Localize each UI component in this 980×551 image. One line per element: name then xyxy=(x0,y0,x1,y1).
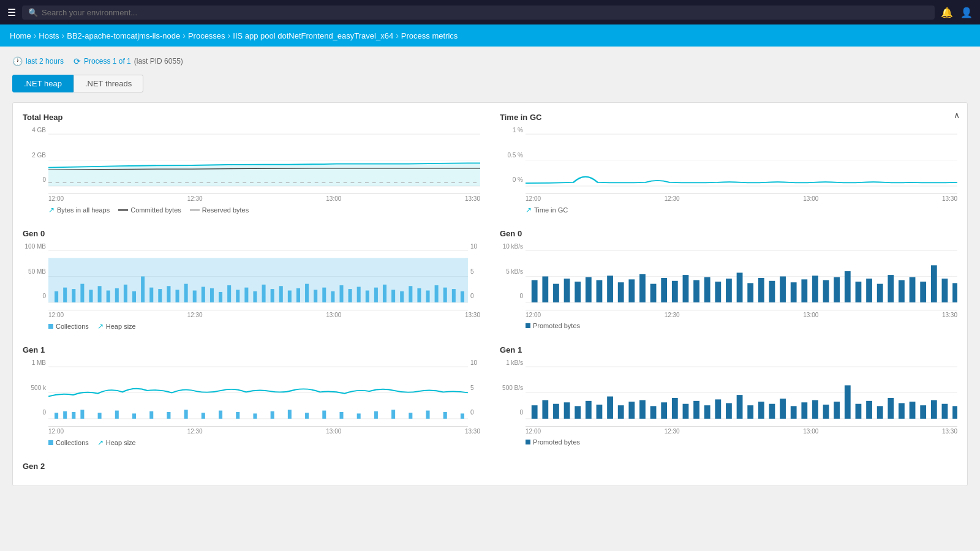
chart-svg-gen0-right xyxy=(526,243,957,310)
time-filter[interactable]: 🕐 last 2 hours xyxy=(12,56,64,66)
legend-line-reserved xyxy=(190,209,200,211)
y2-10: 10 xyxy=(470,243,480,250)
legend-committed-bytes: Committed bytes xyxy=(118,206,181,214)
user-icon[interactable]: 👤 xyxy=(960,7,973,18)
y-0-gen0: 0 xyxy=(23,293,46,299)
chart-svg-gen0-left xyxy=(48,243,468,310)
collapse-button[interactable]: ∧ xyxy=(954,110,960,120)
svg-rect-152 xyxy=(737,395,743,419)
svg-rect-95 xyxy=(899,280,905,302)
tab-net-threads[interactable]: .NET threads xyxy=(74,75,143,92)
search-box[interactable]: 🔍 xyxy=(22,6,935,20)
svg-rect-48 xyxy=(383,285,386,302)
chart-area-gen0-right: 10 kB/s 5 kB/s 0 xyxy=(500,243,957,310)
svg-rect-53 xyxy=(426,291,430,302)
tab-net-heap[interactable]: .NET heap xyxy=(12,75,74,92)
svg-rect-12 xyxy=(72,289,75,302)
svg-rect-129 xyxy=(461,413,464,418)
x-label-gc-1230: 12:30 xyxy=(665,195,680,202)
svg-rect-64 xyxy=(564,279,570,302)
svg-rect-88 xyxy=(823,280,829,302)
svg-rect-147 xyxy=(683,404,689,419)
svg-rect-115 xyxy=(219,411,222,419)
legend-gen0-left: Collections ↗ Heap size xyxy=(23,322,480,331)
x-label-gc-1330: 13:30 xyxy=(942,195,957,202)
svg-rect-106 xyxy=(72,412,75,419)
svg-rect-125 xyxy=(391,410,395,419)
notifications-icon[interactable]: 🔔 xyxy=(941,7,953,18)
arrow-icon-teal: ↗ xyxy=(48,206,55,214)
process-filter[interactable]: ⟳ Process 1 of 1 (last PID 6055) xyxy=(74,56,183,66)
svg-rect-15 xyxy=(98,286,102,302)
y-0-g1l: 0 xyxy=(23,409,46,416)
svg-rect-120 xyxy=(305,413,309,419)
svg-rect-140 xyxy=(607,397,613,419)
breadcrumb-process-metrics[interactable]: Process metrics xyxy=(401,31,458,40)
y-axis-gen1-left: 1 MB 500 k 0 xyxy=(23,359,48,427)
svg-rect-156 xyxy=(780,399,786,419)
svg-rect-14 xyxy=(89,290,92,302)
legend-total-heap: ↗ Bytes in all heaps Committed bytes Res… xyxy=(23,206,480,214)
breadcrumb-host-name[interactable]: BB2-apache-tomcatjms-iis-node xyxy=(67,31,180,40)
svg-rect-165 xyxy=(877,406,883,419)
chart-title-gen1-left: Gen 1 xyxy=(23,345,480,354)
bar-icon-collections-gen1 xyxy=(48,440,53,445)
breadcrumb-home[interactable]: Home xyxy=(10,31,31,40)
svg-rect-117 xyxy=(253,413,257,418)
chart-svg-total-heap xyxy=(48,127,480,194)
svg-rect-67 xyxy=(597,280,603,302)
breadcrumb-sep-2: › xyxy=(183,31,186,40)
svg-rect-51 xyxy=(409,286,412,302)
svg-rect-71 xyxy=(639,274,646,302)
breadcrumb-processes[interactable]: Processes xyxy=(188,31,225,40)
svg-rect-44 xyxy=(349,289,352,302)
svg-rect-23 xyxy=(167,286,170,302)
svg-rect-77 xyxy=(704,277,710,302)
hamburger-icon[interactable]: ☰ xyxy=(7,7,16,18)
chart-area-gen1-left: 1 MB 500 k 0 xyxy=(23,359,480,427)
svg-rect-107 xyxy=(80,410,84,419)
svg-rect-69 xyxy=(618,282,624,302)
search-input[interactable] xyxy=(42,8,929,17)
breadcrumb-app-pool[interactable]: IIS app pool dotNetFrontend_easyTravel_x… xyxy=(233,31,393,40)
chart-title-gen0-left: Gen 0 xyxy=(23,229,480,238)
svg-rect-169 xyxy=(920,405,926,419)
process-detail: (last PID 6055) xyxy=(134,57,183,66)
svg-rect-21 xyxy=(149,288,153,302)
legend-heap-size-gen0: ↗ Heap size xyxy=(97,322,136,331)
svg-rect-92 xyxy=(866,279,872,302)
legend-label-reserved: Reserved bytes xyxy=(202,206,249,214)
chart-title-gen0-right: Gen 0 xyxy=(500,229,957,238)
legend-bytes-all-heaps: ↗ Bytes in all heaps xyxy=(48,206,110,214)
chart-title-time-in-gc: Time in GC xyxy=(500,113,957,122)
y-500bs: 500 B/s xyxy=(500,384,523,391)
chart-total-heap: Total Heap 4 GB 2 GB 0 xyxy=(23,113,480,214)
chart-area-gen1-right: 1 kB/s 500 B/s 0 xyxy=(500,359,957,427)
svg-rect-99 xyxy=(942,279,948,302)
breadcrumb-hosts[interactable]: Hosts xyxy=(39,31,59,40)
svg-rect-172 xyxy=(952,406,957,419)
svg-rect-166 xyxy=(888,398,894,419)
svg-rect-50 xyxy=(400,291,404,302)
svg-rect-63 xyxy=(553,284,559,302)
x-axis-time-in-gc: 12:00 12:30 13:00 13:30 xyxy=(500,195,957,202)
chart-svg-gen1-right xyxy=(526,359,957,427)
svg-rect-141 xyxy=(618,405,624,419)
svg-rect-138 xyxy=(586,401,592,419)
svg-rect-36 xyxy=(279,286,283,302)
svg-rect-55 xyxy=(443,288,447,302)
svg-rect-108 xyxy=(98,413,102,419)
svg-rect-37 xyxy=(288,291,292,302)
clock-icon: 🕐 xyxy=(12,56,23,66)
y-label-4gb: 4 GB xyxy=(23,127,46,133)
svg-rect-87 xyxy=(812,276,818,302)
svg-rect-10 xyxy=(55,291,58,302)
breadcrumb-sep-0: › xyxy=(34,31,37,40)
svg-rect-18 xyxy=(124,285,127,302)
y-label-0: 0 xyxy=(23,176,46,183)
svg-rect-94 xyxy=(888,275,894,302)
svg-rect-29 xyxy=(219,292,222,302)
filter-bar: 🕐 last 2 hours ⟳ Process 1 of 1 (last PI… xyxy=(12,56,968,66)
x-label-1230: 12:30 xyxy=(187,195,203,202)
svg-rect-168 xyxy=(910,402,916,419)
